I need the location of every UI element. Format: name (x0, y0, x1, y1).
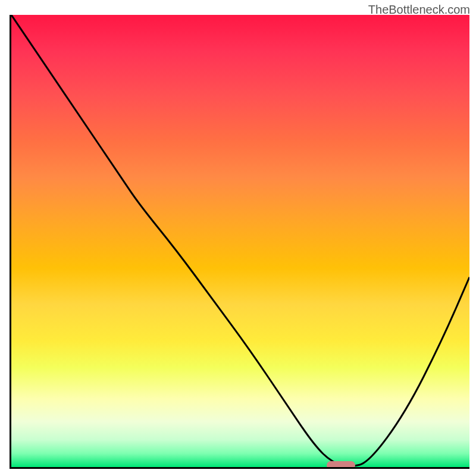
chart-container: TheBottleneck.com (0, 0, 476, 476)
optimal-marker (327, 461, 355, 469)
bottleneck-curve (11, 15, 469, 466)
plot-area (10, 15, 469, 469)
curve-svg (11, 15, 469, 467)
watermark-text: TheBottleneck.com (368, 3, 470, 17)
